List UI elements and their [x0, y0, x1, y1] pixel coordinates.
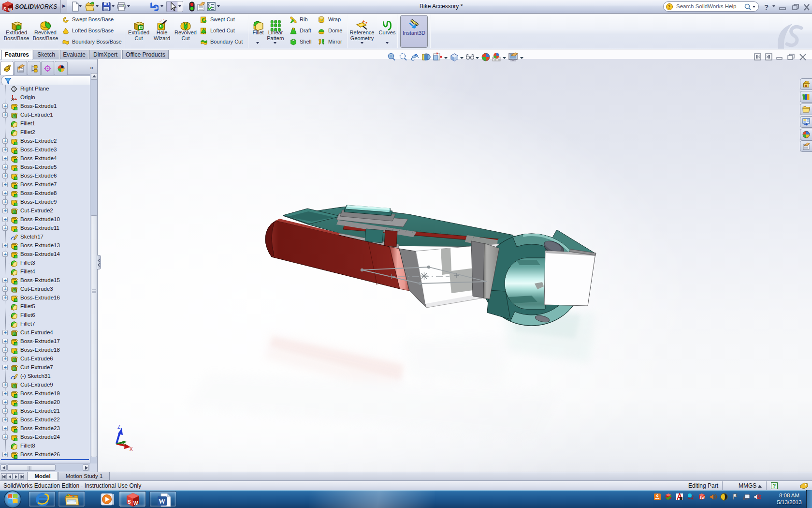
svg-text:S: S — [3, 6, 6, 11]
svg-text:cd: cd — [319, 19, 322, 22]
svg-text:?: ? — [668, 4, 670, 10]
svg-text:Z: Z — [117, 424, 120, 430]
svg-text:W: W — [159, 497, 166, 505]
svg-text:X: X — [130, 447, 133, 452]
svg-text:S: S — [128, 499, 131, 505]
svg-text:W: W — [8, 7, 13, 12]
svg-text:?: ? — [773, 483, 776, 489]
svg-text:SW: SW — [700, 496, 705, 499]
svg-text:W: W — [133, 501, 138, 506]
svg-text:Y: Y — [124, 443, 127, 447]
